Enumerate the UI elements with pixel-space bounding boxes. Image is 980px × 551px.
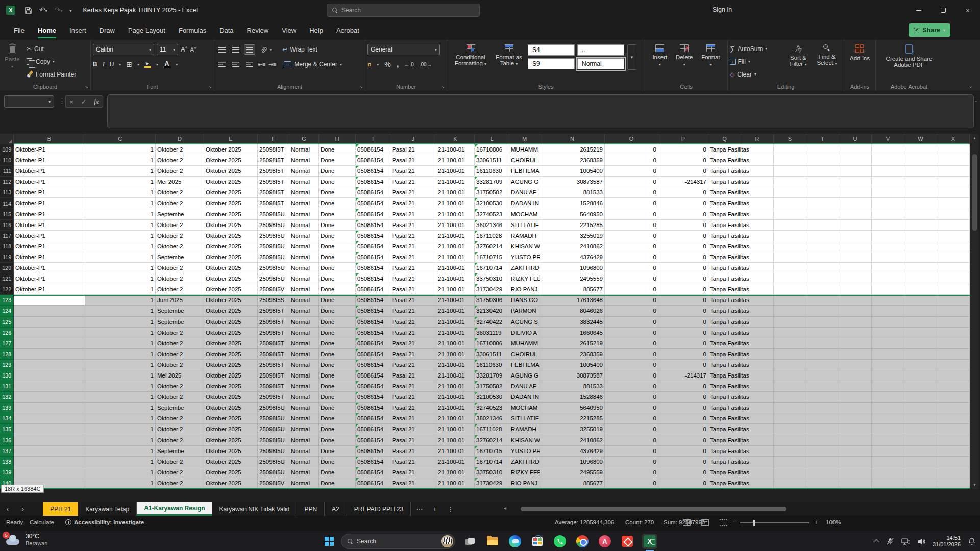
cell[interactable]: Pasal 21 — [390, 187, 436, 198]
cell[interactable]: Done — [319, 413, 356, 424]
cell[interactable]: 36021346 — [475, 220, 509, 231]
column-header-V[interactable]: V — [872, 134, 904, 144]
cell[interactable]: 05086154 — [356, 166, 390, 177]
cell[interactable]: 05086154 — [356, 370, 390, 381]
zoom-out-button[interactable]: − — [732, 518, 737, 526]
cell[interactable]: Pasal 21 — [390, 424, 436, 435]
cell[interactable]: 1 — [85, 317, 156, 328]
cell[interactable]: Done — [319, 370, 356, 381]
row-header-138[interactable]: 138 — [0, 457, 14, 467]
sort-filter-button[interactable]: AZ▽ Sort &Filter ▾ — [784, 42, 813, 81]
cell[interactable]: 21-100-01 — [436, 241, 475, 252]
cell[interactable]: 0 — [605, 317, 658, 328]
cell[interactable]: 1 — [85, 198, 156, 209]
cell[interactable]: Oktober 2 — [156, 263, 204, 273]
cell[interactable]: Oktober 2 — [156, 435, 204, 446]
cell[interactable]: 2215285 — [540, 220, 605, 231]
cell[interactable] — [937, 220, 970, 231]
cell[interactable]: Done — [319, 328, 356, 338]
hidden-icons-chevron[interactable] — [873, 539, 879, 545]
cell[interactable]: 0 — [658, 403, 708, 413]
cell[interactable]: Pasal 21 — [390, 144, 436, 155]
cell[interactable] — [774, 338, 806, 349]
cell[interactable]: 0 — [658, 220, 708, 231]
cell[interactable]: 21-100-01 — [436, 435, 475, 446]
create-share-pdf-button[interactable]: Create and ShareAdobe PDF — [876, 42, 942, 68]
cell[interactable] — [872, 349, 904, 360]
menu-tab-draw[interactable]: Draw — [93, 20, 121, 40]
cell[interactable]: Normal — [289, 166, 319, 177]
cell[interactable] — [806, 241, 839, 252]
cell[interactable]: Oktober 2 — [156, 284, 204, 295]
cell[interactable]: CHOIRUL — [509, 155, 540, 166]
cell[interactable] — [14, 424, 85, 435]
cell[interactable]: 21-100-01 — [436, 209, 475, 220]
cell[interactable] — [937, 370, 970, 381]
column-header-D[interactable]: D — [156, 134, 204, 144]
cell[interactable] — [806, 155, 839, 166]
cell[interactable]: 0 — [605, 446, 658, 457]
cell[interactable]: Pasal 21 — [390, 252, 436, 263]
cell[interactable]: 1 — [85, 231, 156, 241]
cell[interactable]: Pasal 21 — [390, 273, 436, 284]
cell[interactable]: 0 — [605, 263, 658, 273]
cell[interactable]: 21-100-01 — [436, 317, 475, 328]
cell[interactable]: 21-100-01 — [436, 187, 475, 198]
cell[interactable]: 21-100-01 — [436, 306, 475, 316]
format-as-table-button[interactable]: Format asTable ▾ — [493, 42, 525, 70]
cell[interactable]: 21-100-01 — [436, 263, 475, 273]
cell[interactable] — [872, 166, 904, 177]
cell[interactable]: Septembe — [156, 446, 204, 457]
cell[interactable]: Normal — [289, 295, 319, 306]
cell[interactable]: Oktober 2 — [156, 457, 204, 467]
cell[interactable]: Done — [319, 209, 356, 220]
collapse-ribbon-button[interactable]: ⌄ — [969, 83, 973, 89]
cell[interactable]: 17613648 — [540, 295, 605, 306]
cell[interactable]: Oktober-P1 — [14, 273, 85, 284]
cell[interactable]: Oktober 2025 — [204, 284, 258, 295]
cell[interactable] — [904, 317, 937, 328]
column-header-T[interactable]: T — [806, 134, 839, 144]
cell[interactable]: 05086154 — [356, 209, 390, 220]
cell[interactable]: Pasal 21 — [390, 284, 436, 295]
cell[interactable]: Done — [319, 144, 356, 155]
cell[interactable]: AGUNG G — [509, 177, 540, 187]
cell[interactable]: Done — [319, 317, 356, 328]
cell[interactable] — [872, 403, 904, 413]
cell[interactable]: 32740523 — [475, 209, 509, 220]
cell[interactable]: 05086154 — [356, 424, 390, 435]
cell[interactable]: 36021346 — [475, 413, 509, 424]
cell[interactable]: 0 — [658, 166, 708, 177]
cell[interactable]: 25098I5V — [258, 284, 289, 295]
normal-view-button[interactable] — [683, 519, 691, 526]
cell[interactable]: 0 — [605, 360, 658, 370]
cell[interactable]: 3255019 — [540, 424, 605, 435]
cell[interactable]: 8046026 — [540, 306, 605, 316]
cell[interactable]: 05086154 — [356, 381, 390, 392]
cell[interactable]: Tanpa Fasilitas — [708, 177, 774, 187]
sheet-tab-ppn[interactable]: PPN — [297, 502, 325, 516]
undo-button[interactable]: ↶▾ — [39, 6, 47, 15]
row-header-121[interactable]: 121 — [0, 273, 14, 284]
cell[interactable]: Done — [319, 284, 356, 295]
cell[interactable] — [937, 392, 970, 403]
cell[interactable]: DADAN IN — [509, 198, 540, 209]
cell[interactable]: 0 — [658, 349, 708, 360]
cell[interactable]: Oktober 2025 — [204, 467, 258, 478]
cell[interactable]: 2215285 — [540, 413, 605, 424]
start-button[interactable] — [322, 534, 337, 549]
cell[interactable]: Pasal 21 — [390, 467, 436, 478]
cell[interactable]: Tanpa Fasilitas — [708, 478, 774, 489]
cell[interactable] — [806, 231, 839, 241]
cell[interactable]: 0 — [658, 338, 708, 349]
cell[interactable] — [806, 381, 839, 392]
cell[interactable]: Tanpa Fasilitas — [708, 306, 774, 316]
cell[interactable]: Oktober 2025 — [204, 144, 258, 155]
cell[interactable]: Oktober 2025 — [204, 166, 258, 177]
cell[interactable] — [839, 349, 872, 360]
name-box[interactable]: ▾ — [4, 95, 54, 108]
cell[interactable] — [872, 306, 904, 316]
cell[interactable]: Oktober-P1 — [14, 155, 85, 166]
menu-tab-acrobat[interactable]: Acrobat — [330, 20, 366, 40]
cell[interactable]: 0 — [658, 478, 708, 489]
